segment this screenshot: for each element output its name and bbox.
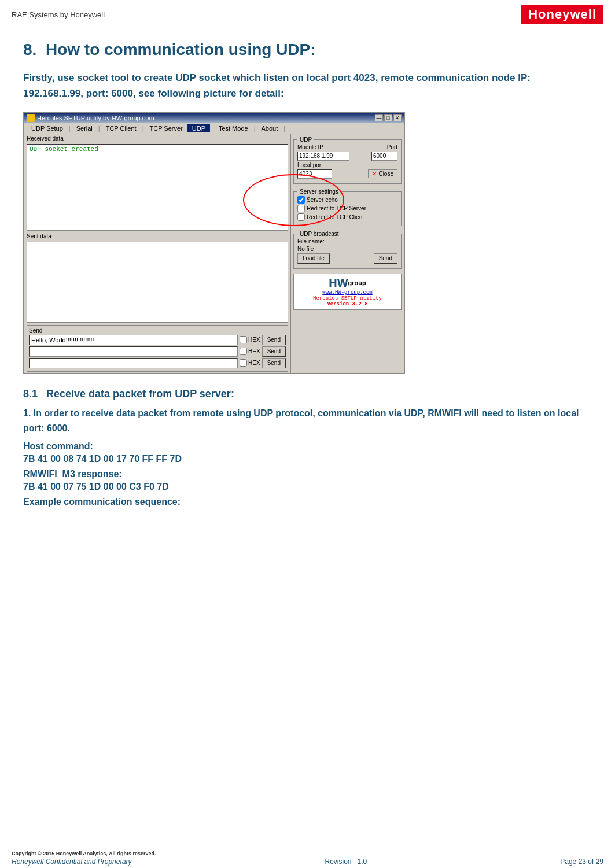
udp-broadcast-legend: UDP broadcast (297, 231, 341, 237)
hex-checkbox-3[interactable] (240, 359, 247, 367)
send-input-3[interactable] (29, 358, 238, 368)
hex-checkbox-2[interactable] (240, 348, 247, 355)
titlebar-icon (27, 114, 35, 122)
ip-port-inputs (297, 152, 397, 161)
redirect-tcp-client-checkbox[interactable] (297, 213, 305, 221)
hw-url: www.HW-group.com (297, 290, 397, 296)
received-data-box[interactable]: UDP socket created (27, 144, 288, 231)
server-echo-checkbox[interactable] (297, 196, 305, 204)
load-send-row: Load file Send (297, 253, 397, 264)
send-section: Send HEX Send (27, 325, 288, 372)
rmwifi-response-value: 7B 41 00 07 75 1D 00 00 C3 F0 7D (23, 482, 592, 492)
hercules-titlebar: Hercules SETUP utility by HW-group.com —… (24, 113, 404, 123)
udp-close-button[interactable]: ✕ Close (368, 169, 397, 178)
send-row-1: HEX Send (29, 335, 286, 345)
module-ip-label: Module IP (297, 144, 323, 150)
body-paragraph-1: 1. In order to receive data packet from … (23, 406, 592, 435)
send-row-2: HEX Send (29, 346, 286, 357)
hw-subtitle: Hercules SETUP utility (297, 296, 397, 301)
send-input-2[interactable] (29, 346, 238, 357)
hercules-left-panel: Received data UDP socket created Sent da… (24, 134, 291, 373)
load-file-button[interactable]: Load file (297, 253, 330, 264)
send-row-3: HEX Send (29, 358, 286, 368)
udp-broadcast-fieldset: UDP broadcast File name: No file Load fi… (293, 231, 402, 269)
section-heading: 8. How to communication using UDP: (23, 40, 592, 60)
header-title: RAE Systems by Honeywell (12, 10, 105, 19)
hex-checkbox-1[interactable] (240, 336, 247, 343)
footer-confidential: Honeywell Confidential and Proprietary (12, 858, 131, 866)
menu-serial[interactable]: Serial (72, 124, 97, 132)
page-footer: Copyright © 2015 Honeywell Analytics, Al… (0, 848, 615, 868)
udp-legend: UDP (297, 136, 314, 143)
local-port-row: Local port (297, 162, 397, 168)
send-label: Send (29, 327, 286, 334)
hex-check-1: HEX (240, 336, 260, 343)
module-ip-row: Module IP Port (297, 144, 397, 150)
close-window-button[interactable]: ✕ (393, 114, 402, 121)
hercules-body: Received data UDP socket created Sent da… (24, 134, 404, 373)
local-port-close-row: ✕ Close (297, 169, 397, 179)
port-input[interactable] (371, 152, 397, 161)
hex-check-3: HEX (240, 359, 260, 367)
send-input-1[interactable] (29, 335, 238, 345)
titlebar-text: Hercules SETUP utility by HW-group.com (37, 114, 154, 121)
titlebar-left: Hercules SETUP utility by HW-group.com (27, 114, 154, 122)
hercules-right-panel: UDP Module IP Port Local port (291, 134, 404, 373)
hw-logo-text: HW (329, 276, 348, 290)
hw-logo-box: HW group www.HW-group.com Hercules SETUP… (293, 274, 402, 310)
footer-page: Page 23 of 29 (560, 858, 603, 866)
footer-bottom: Honeywell Confidential and Proprietary R… (12, 858, 603, 866)
footer-revision: Revision –1.0 (325, 858, 367, 866)
hercules-menu: UDP Setup | Serial | TCP Client | TCP Se… (24, 123, 404, 134)
subsection-8-1-heading: 8.1 Receive data packet from UDP server: (23, 388, 592, 400)
send-button-2[interactable]: Send (262, 346, 286, 357)
menu-about[interactable]: About (256, 124, 282, 132)
section-intro: Firstly, use socket tool to create UDP s… (23, 70, 592, 101)
maximize-button[interactable]: □ (384, 114, 392, 121)
menu-udp[interactable]: UDP (187, 124, 210, 132)
server-echo-label: Server echo (307, 197, 338, 203)
redirect-tcp-client-label: Redirect to TCP Client (307, 214, 364, 220)
hex-check-2: HEX (240, 348, 260, 355)
menu-udp-setup[interactable]: UDP Setup (27, 124, 68, 132)
file-name-label-row: File name: (297, 238, 397, 245)
menu-tcp-server[interactable]: TCP Server (145, 124, 187, 132)
sent-data-box[interactable] (27, 242, 288, 323)
host-command-value: 7B 41 00 08 74 1D 00 17 70 FF FF 7D (23, 454, 592, 464)
example-label: Example communication sequence: (23, 497, 592, 507)
local-port-input[interactable] (297, 169, 332, 179)
file-name-value-row: No file (297, 246, 397, 252)
menu-test-mode[interactable]: Test Mode (214, 124, 253, 132)
redirect-tcp-server-checkbox[interactable] (297, 205, 305, 212)
main-content: 8. How to communication using UDP: First… (0, 28, 615, 544)
menu-tcp-client[interactable]: TCP Client (101, 124, 141, 132)
server-settings-legend: Server settings (297, 189, 341, 195)
hercules-window-frame: Hercules SETUP utility by HW-group.com —… (23, 112, 405, 374)
rmwifi-response-label: RMWIFI_M3 response: (23, 469, 592, 479)
file-name-value: No file (297, 246, 314, 252)
redirect-tcp-server-label: Redirect to TCP Server (307, 205, 366, 212)
udp-fieldset: UDP Module IP Port Local port (293, 136, 402, 184)
broadcast-send-button[interactable]: Send (374, 253, 397, 264)
received-data-content: UDP socket created (30, 146, 98, 153)
host-command-label: Host command: (23, 441, 592, 452)
send-button-1[interactable]: Send (262, 335, 286, 345)
file-name-label: File name: (297, 238, 325, 245)
local-port-label: Local port (297, 162, 323, 168)
footer-copyright: Copyright © 2015 Honeywell Analytics, Al… (12, 851, 603, 856)
module-ip-input[interactable] (297, 152, 349, 161)
redirect-tcp-server-row: Redirect to TCP Server (297, 205, 397, 212)
hercules-window: Hercules SETUP utility by HW-group.com —… (23, 112, 592, 374)
page-header: RAE Systems by Honeywell Honeywell (0, 0, 615, 28)
honeywell-logo: Honeywell (521, 5, 603, 24)
redirect-tcp-client-row: Redirect to TCP Client (297, 213, 397, 221)
titlebar-buttons: — □ ✕ (375, 114, 402, 121)
sent-data-label: Sent data (24, 232, 290, 241)
server-echo-row: Server echo (297, 196, 397, 204)
received-data-label: Received data (24, 134, 290, 143)
hw-version: Version 3.2.8 (297, 301, 397, 307)
server-settings-fieldset: Server settings Server echo Redirect to … (293, 189, 402, 226)
send-button-3[interactable]: Send (262, 358, 286, 368)
minimize-button[interactable]: — (375, 114, 383, 121)
hw-group-text: group (348, 279, 366, 286)
